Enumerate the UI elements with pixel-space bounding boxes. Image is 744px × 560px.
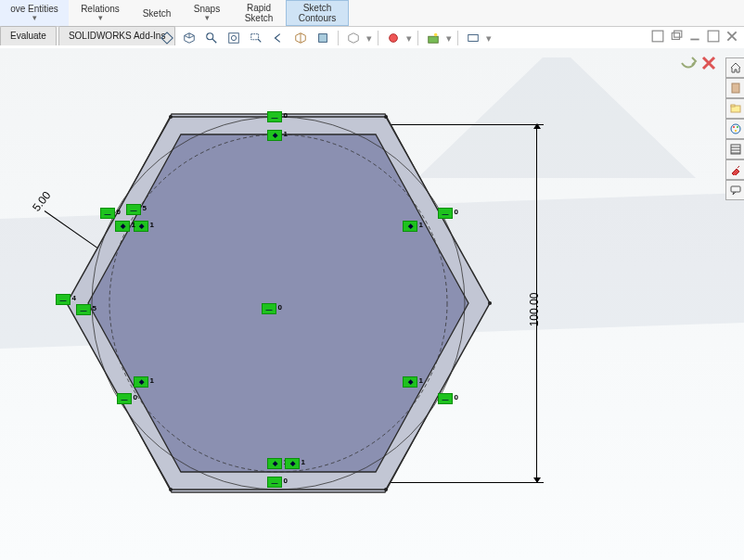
relation-tangent-icon[interactable]: ◆ (267, 458, 282, 469)
relation-horizontal-icon[interactable]: — (117, 393, 132, 404)
scene-icon[interactable] (424, 29, 443, 47)
dropdown-indicator: ▾ (446, 32, 452, 45)
relation-horizontal-icon[interactable]: — (267, 477, 282, 488)
display-style-icon[interactable] (314, 29, 332, 47)
svg-point-0 (207, 33, 213, 40)
isometric-icon[interactable] (180, 29, 199, 47)
separator (378, 31, 378, 45)
relation-coincident-icon[interactable]: — (76, 304, 91, 315)
heads-up-toolbar: ▾ ▾ ▾ ▾ (158, 28, 492, 48)
zoom-area-icon[interactable] (247, 29, 265, 47)
graphics-viewport[interactable]: 100.00 5.00 ✱ — ◆ — ◆ — ◆ — ◆ ◆ (0, 48, 744, 560)
relation-coincident-icon[interactable]: — (262, 303, 276, 314)
command-tabs: Evaluate SOLIDWORKS Add-Ins (0, 26, 177, 45)
dropdown-indicator: ▾ (366, 32, 372, 45)
render-icon[interactable] (464, 29, 482, 47)
appearance-icon[interactable] (384, 29, 403, 47)
relation-horizontal-icon[interactable]: — (267, 111, 282, 122)
tab-evaluate[interactable]: Evaluate (0, 26, 57, 45)
move-entities-button[interactable]: ove Entities ▾ (0, 0, 69, 26)
relation-tangent-icon[interactable]: ◆ (285, 458, 300, 469)
zoom-icon[interactable] (202, 29, 221, 47)
svg-rect-9 (652, 31, 663, 42)
svg-rect-8 (468, 35, 479, 42)
relation-tangent-icon[interactable]: ◆ (134, 221, 148, 232)
dropdown-indicator: ▾ (205, 14, 210, 22)
window-menu-icon[interactable] (649, 28, 666, 45)
close-icon[interactable] (724, 28, 740, 45)
relations-dropdown[interactable]: Relations ▾ (69, 0, 132, 26)
svg-rect-11 (674, 31, 682, 37)
separator (417, 31, 418, 45)
section-view-icon[interactable] (291, 29, 310, 47)
dropdown-indicator: ▾ (486, 32, 492, 45)
orient-view-icon[interactable] (158, 29, 176, 47)
separator (338, 31, 339, 45)
svg-point-28 (488, 301, 492, 305)
svg-point-30 (169, 488, 173, 491)
window-restore-icon[interactable] (668, 28, 685, 45)
relation-horizontal-icon[interactable]: — (438, 208, 453, 219)
separator (457, 31, 458, 45)
document-window-controls (649, 28, 740, 45)
tab-addins-label: SOLIDWORKS Add-Ins (69, 31, 165, 41)
svg-rect-1 (229, 33, 239, 44)
svg-point-2 (231, 35, 236, 40)
minimize-icon[interactable] (686, 28, 703, 45)
rapid-sketch-button[interactable]: Rapid Sketch (232, 0, 286, 26)
relation-tangent-icon[interactable]: ◆ (267, 130, 282, 141)
svg-rect-12 (708, 31, 719, 42)
hide-show-icon[interactable] (344, 29, 363, 47)
dropdown-indicator: ▾ (406, 32, 412, 45)
sketch-geometry (0, 48, 744, 560)
sketch-button-1[interactable]: Sketch (132, 0, 182, 26)
svg-rect-6 (429, 36, 439, 43)
rapid-sketch-label: Rapid Sketch (245, 3, 274, 23)
relation-horizontal-icon[interactable]: — (100, 208, 115, 219)
zoom-to-fit-icon[interactable] (224, 29, 243, 47)
svg-point-29 (384, 488, 388, 491)
relation-horizontal-icon[interactable]: — (438, 393, 453, 404)
relation-tangent-icon[interactable]: ◆ (134, 376, 148, 388)
sketch-contours-label: Sketch Contours (299, 3, 337, 23)
relation-tangent-icon[interactable]: ◆ (403, 221, 417, 232)
dropdown-indicator: ▾ (32, 14, 37, 22)
maximize-icon[interactable] (705, 28, 722, 45)
sketch-contours-button[interactable]: Sketch Contours (286, 0, 349, 26)
svg-rect-10 (672, 33, 679, 40)
svg-point-27 (384, 115, 388, 119)
svg-point-5 (390, 34, 398, 43)
relation-coincident-icon[interactable]: — (56, 294, 71, 305)
svg-point-7 (434, 33, 438, 37)
sketch-label: Sketch (143, 8, 172, 19)
relation-tangent-icon[interactable]: ◆ (115, 221, 130, 232)
relation-tangent-icon[interactable]: ◆ (403, 376, 417, 388)
ribbon-bar: ove Entities ▾ Relations ▾ Sketch Snaps … (0, 0, 744, 27)
tab-evaluate-label: Evaluate (10, 31, 46, 41)
dropdown-indicator: ▾ (98, 14, 103, 22)
previous-view-icon[interactable] (269, 29, 288, 47)
svg-point-26 (169, 115, 173, 119)
relation-coincident-icon[interactable]: — (126, 204, 141, 215)
svg-rect-3 (251, 34, 259, 40)
svg-rect-4 (319, 34, 327, 43)
snaps-dropdown[interactable]: Snaps ▾ (182, 0, 232, 26)
